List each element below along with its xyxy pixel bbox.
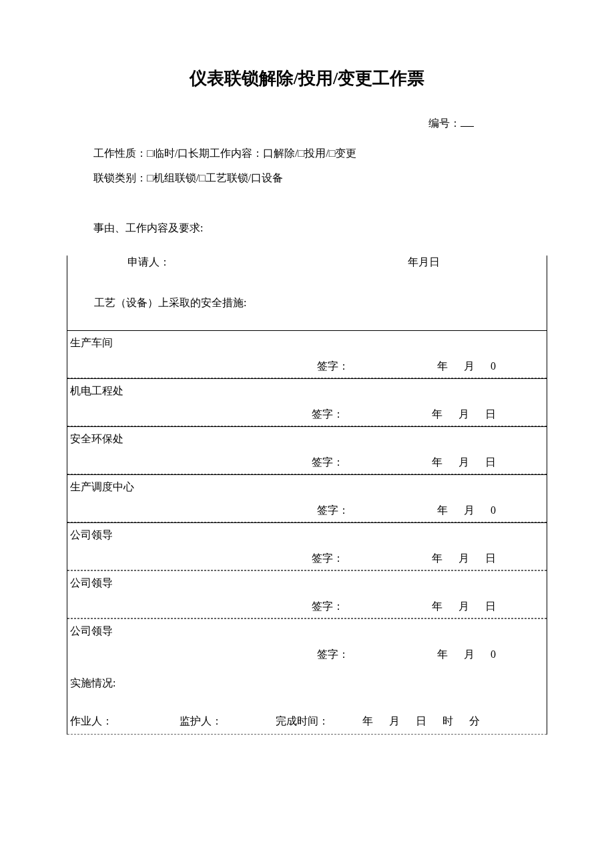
month-char: 月 (458, 552, 469, 564)
serial-underline (460, 126, 474, 127)
sig-line: 签字：年月0 (67, 497, 547, 522)
signature-label: 签字： (317, 504, 349, 518)
year-char: 年 (432, 408, 442, 420)
day-char: 0 (491, 504, 496, 516)
date-group: 年月日 (424, 600, 504, 614)
day-char: 0 (491, 648, 496, 660)
date-group: 年月0 (429, 648, 504, 662)
date-group: 年月日 (424, 408, 504, 422)
signature-rows: 生产车间签字：年月0机电工程处签字：年月日安全环保处签字：年月日生产调度中心签字… (67, 330, 547, 666)
date-group: 年月日 (424, 552, 504, 566)
dept-label: 公司领导 (67, 571, 547, 593)
interlock-type-line: 联锁类别：□机组联锁/□工艺联锁/口设备 (93, 169, 547, 188)
signature-label: 签字： (317, 360, 349, 374)
work-nature-options: □临时/口长期 (147, 147, 210, 159)
sig-line: 签字：年月日 (67, 545, 547, 570)
date-group: 年月日 (424, 456, 504, 470)
serial-label: 编号： (428, 117, 460, 131)
signature-label: 签字： (312, 408, 344, 422)
day-char: 0 (491, 360, 496, 372)
applicant-date: 年月日 (408, 256, 440, 270)
year-char: 年 (432, 552, 442, 564)
finish-time-date: 年 月 日 时 分 (356, 715, 487, 729)
work-nature-line: 工作性质：□临时/口长期工作内容：口解除/□投用/□变更 (93, 144, 547, 163)
guardian-label: 监护人： (180, 715, 222, 729)
month-char: 月 (458, 600, 469, 612)
interlock-type-options: □机组联锁/□工艺联锁/口设备 (147, 172, 283, 183)
sig-line: 签字：年月0 (67, 641, 547, 666)
dept-label: 公司领导 (67, 619, 547, 641)
year-char: 年 (437, 504, 448, 516)
implementation-label: 实施情况: (67, 666, 547, 711)
sig-block: 公司领导签字：年月日 (67, 522, 547, 570)
sig-line: 签字：年月日 (67, 593, 547, 618)
bottom-row: 作业人： 监护人： 完成时间： 年 月 日 时 分 (67, 711, 547, 735)
sig-block: 机电工程处签字：年月日 (67, 378, 547, 426)
operator-label: 作业人： (70, 715, 113, 729)
hour-char: 时 (442, 715, 453, 727)
day-char: 日 (485, 456, 496, 468)
month-char: 月 (389, 715, 400, 727)
year-char: 年 (437, 648, 448, 660)
sig-block: 公司领导签字：年月0 (67, 618, 547, 666)
work-content-options: 口解除/□投用/□变更 (263, 147, 356, 159)
sig-line: 签字：年月0 (67, 353, 547, 378)
date-group: 年月0 (429, 504, 504, 518)
serial-row: 编号： (67, 117, 547, 131)
main-frame: 申请人： 年月日 工艺（设备）上采取的安全措施: 生产车间签字：年月0机电工程处… (67, 256, 547, 735)
signature-label: 签字： (312, 456, 344, 470)
dept-label: 安全环保处 (67, 427, 547, 449)
month-char: 月 (464, 504, 475, 516)
month-char: 月 (464, 360, 475, 372)
day-char: 日 (485, 600, 496, 612)
signature-label: 签字： (312, 600, 344, 614)
month-char: 月 (464, 648, 475, 660)
signature-label: 签字： (312, 552, 344, 566)
dept-label: 公司领导 (67, 523, 547, 545)
signature-label: 签字： (317, 648, 349, 662)
month-char: 月 (458, 408, 469, 420)
document-title: 仪表联锁解除/投用/变更工作票 (67, 67, 547, 90)
dept-label: 生产调度中心 (67, 475, 547, 497)
min-char: 分 (469, 715, 480, 727)
year-char: 年 (432, 600, 442, 612)
applicant-label: 申请人： (127, 256, 170, 270)
dept-label: 生产车间 (67, 331, 547, 353)
finish-time-label: 完成时间： (276, 715, 329, 729)
day-char: 日 (485, 552, 496, 564)
sig-line: 签字：年月日 (67, 449, 547, 474)
safety-measures-label: 工艺（设备）上采取的安全措施: (67, 276, 547, 330)
year-char: 年 (437, 360, 448, 372)
sig-line: 签字：年月日 (67, 401, 547, 426)
work-nature-label: 工作性质： (93, 147, 147, 159)
year-char: 年 (362, 715, 373, 727)
interlock-type-label: 联锁类别： (93, 172, 147, 183)
sig-block: 安全环保处签字：年月日 (67, 426, 547, 474)
year-char: 年 (432, 456, 442, 468)
day-char: 日 (416, 715, 426, 727)
month-char: 月 (458, 456, 469, 468)
sig-block: 生产车间签字：年月0 (67, 330, 547, 378)
reason-label: 事由、工作内容及要求: (93, 222, 547, 236)
day-char: 日 (485, 408, 496, 420)
applicant-row: 申请人： 年月日 (67, 256, 547, 270)
dept-label: 机电工程处 (67, 379, 547, 401)
date-group: 年月0 (429, 360, 504, 374)
sig-block: 生产调度中心签字：年月0 (67, 474, 547, 522)
work-content-label: 工作内容： (210, 147, 263, 159)
sig-block: 公司领导签字：年月日 (67, 570, 547, 618)
